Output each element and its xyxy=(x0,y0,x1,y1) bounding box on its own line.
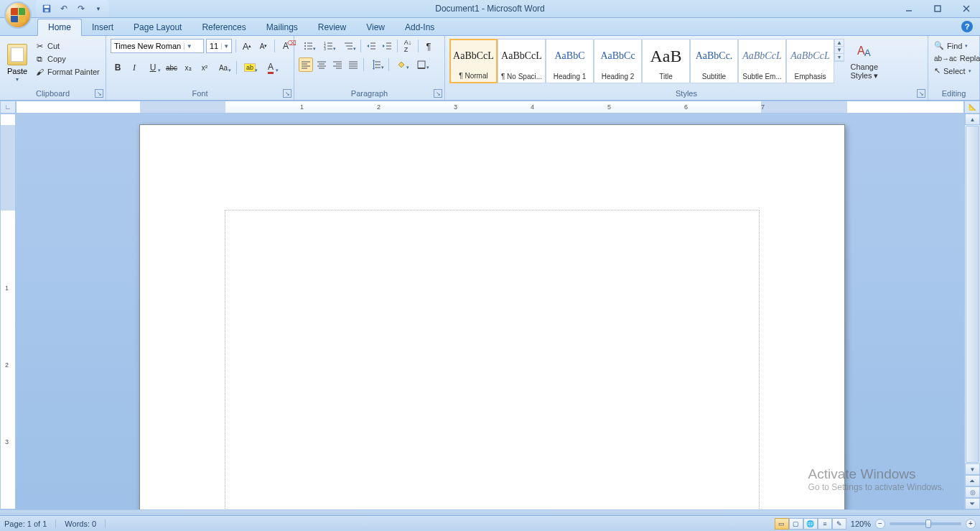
align-right-button[interactable] xyxy=(330,57,345,72)
print-layout-view[interactable]: ▭ xyxy=(775,518,789,530)
styles-row-down[interactable]: ▼ xyxy=(835,47,844,54)
line-spacing-button[interactable] xyxy=(367,57,386,72)
show-marks-button[interactable]: ¶ xyxy=(421,39,436,53)
copy-button[interactable]: ⧉Copy xyxy=(33,53,101,65)
outline-view[interactable]: ≡ xyxy=(818,518,832,530)
font-name-combo[interactable]: Times New Roman▼ xyxy=(111,39,204,53)
page-margin-guide xyxy=(225,210,760,509)
zoom-thumb[interactable] xyxy=(925,520,931,528)
scroll-up-button[interactable]: ▲ xyxy=(965,114,980,125)
status-words[interactable]: Words: 0 xyxy=(65,520,106,528)
qat-undo[interactable]: ↶ xyxy=(57,2,70,15)
next-page-button[interactable]: ⏷ xyxy=(965,498,980,509)
browse-object-button[interactable]: ◎ xyxy=(965,486,980,498)
style--normal[interactable]: AaBbCcL¶ Normal xyxy=(449,39,498,83)
tab-selector[interactable]: ∟ xyxy=(0,101,16,114)
vertical-scrollbar[interactable]: ▲ ▼ ⏶ ◎ ⏷ xyxy=(964,114,980,509)
style--no-spaci-[interactable]: AaBbCcL¶ No Spaci... xyxy=(498,39,546,83)
subscript-button[interactable]: x₂ xyxy=(181,60,195,75)
help-button[interactable]: ? xyxy=(961,21,973,32)
ruler-right-margin[interactable] xyxy=(761,101,847,113)
page[interactable] xyxy=(139,124,845,509)
styles-more[interactable]: ▾ xyxy=(835,54,844,61)
replace-button[interactable]: ab→acReplace xyxy=(933,53,980,63)
minimize-button[interactable] xyxy=(900,1,918,16)
horizontal-scrollbar[interactable] xyxy=(0,509,980,515)
cut-button[interactable]: ✂Cut xyxy=(33,40,101,52)
zoom-slider[interactable] xyxy=(890,522,961,525)
scroll-down-button[interactable]: ▼ xyxy=(965,463,980,475)
tab-review[interactable]: Review xyxy=(308,19,356,35)
justify-button[interactable] xyxy=(346,57,360,72)
prev-page-button[interactable]: ⏶ xyxy=(965,475,980,486)
qat-redo[interactable]: ↷ xyxy=(75,2,88,15)
font-color-button[interactable]: A xyxy=(261,60,280,75)
style-subtle-em-[interactable]: AaBbCcLSubtle Em... xyxy=(738,39,786,83)
shading-button[interactable] xyxy=(392,57,411,72)
tab-page-layout[interactable]: Page Layout xyxy=(123,19,192,35)
find-button[interactable]: 🔍Find▾ xyxy=(933,40,969,51)
strikethrough-button[interactable]: abc xyxy=(164,60,179,75)
select-button[interactable]: ↖Select▾ xyxy=(933,65,973,76)
font-launcher[interactable]: ↘ xyxy=(283,89,291,98)
numbering-button[interactable]: 123 xyxy=(319,39,337,53)
styles-launcher[interactable]: ↘ xyxy=(917,89,925,98)
tab-addins[interactable]: Add-Ins xyxy=(395,19,444,35)
style-title[interactable]: AaBTitle xyxy=(642,39,690,83)
ruler-left-margin[interactable] xyxy=(140,101,225,113)
increase-indent-button[interactable] xyxy=(380,39,394,53)
multilevel-list-button[interactable] xyxy=(339,39,358,53)
tab-references[interactable]: References xyxy=(192,19,256,35)
draft-view[interactable]: ✎ xyxy=(832,518,846,530)
sort-button[interactable]: A↓Z xyxy=(401,39,415,53)
close-button[interactable] xyxy=(957,1,976,16)
document-viewport[interactable] xyxy=(16,114,964,509)
tab-view[interactable]: View xyxy=(356,19,395,35)
zoom-level[interactable]: 120% xyxy=(851,520,871,528)
decrease-indent-button[interactable] xyxy=(364,39,378,53)
align-center-button[interactable] xyxy=(314,57,329,72)
highlight-button[interactable]: ab xyxy=(241,60,259,75)
office-button[interactable] xyxy=(4,1,32,29)
copy-icon: ⧉ xyxy=(34,54,45,64)
change-styles-button[interactable]: AAChangeStyles ▾ xyxy=(847,39,882,83)
superscript-button[interactable]: x² xyxy=(197,60,212,75)
italic-button[interactable]: I xyxy=(127,60,141,75)
bold-button[interactable]: B xyxy=(111,60,125,75)
underline-button[interactable]: U xyxy=(144,60,162,75)
style-emphasis[interactable]: AaBbCcLEmphasis xyxy=(786,39,834,83)
horizontal-ruler[interactable]: 1234567 xyxy=(16,101,964,114)
style-name: Title xyxy=(659,73,673,83)
paragraph-launcher[interactable]: ↘ xyxy=(434,89,442,98)
grow-font-button[interactable]: A▴ xyxy=(240,39,254,53)
align-left-button[interactable] xyxy=(299,57,313,72)
scroll-thumb[interactable] xyxy=(966,126,979,463)
style-subtitle[interactable]: AaBbCc.Subtitle xyxy=(690,39,738,83)
format-painter-button[interactable]: 🖌Format Painter xyxy=(33,66,101,78)
web-layout-view[interactable]: 🌐 xyxy=(803,518,818,530)
change-case-button[interactable]: Aa xyxy=(214,60,233,75)
bullets-button[interactable] xyxy=(299,39,317,53)
style-heading-1[interactable]: AaBbCHeading 1 xyxy=(546,39,594,83)
status-page[interactable]: Page: 1 of 1 xyxy=(4,520,56,528)
maximize-button[interactable] xyxy=(928,1,947,16)
clear-formatting-button[interactable]: A⌫ xyxy=(279,39,293,53)
clipboard-launcher[interactable]: ↘ xyxy=(95,89,103,98)
tab-mailings[interactable]: Mailings xyxy=(256,19,308,35)
paste-button[interactable]: Paste ▼ xyxy=(4,39,30,86)
qat-customize[interactable]: ▼ xyxy=(92,2,105,15)
vertical-ruler[interactable]: 123 xyxy=(0,114,16,509)
ruler-toggle[interactable]: 📐 xyxy=(964,101,980,114)
shrink-font-button[interactable]: A▾ xyxy=(256,39,271,53)
borders-button[interactable] xyxy=(412,57,431,72)
styles-row-up[interactable]: ▲ xyxy=(835,40,844,47)
tab-insert[interactable]: Insert xyxy=(82,19,123,35)
ruler-top-margin[interactable] xyxy=(1,125,15,211)
tab-home[interactable]: Home xyxy=(37,19,82,36)
zoom-out-button[interactable]: − xyxy=(875,519,885,529)
style-heading-2[interactable]: AaBbCcHeading 2 xyxy=(594,39,642,83)
full-screen-view[interactable]: ▢ xyxy=(789,518,803,530)
font-size-combo[interactable]: 11▼ xyxy=(206,39,232,53)
zoom-in-button[interactable]: + xyxy=(966,519,976,529)
qat-save[interactable] xyxy=(40,2,53,15)
